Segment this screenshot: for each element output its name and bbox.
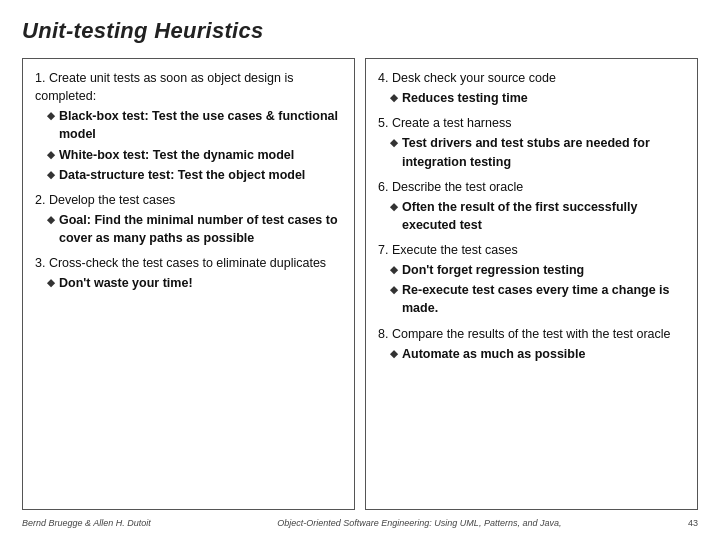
- sub-item: ◆Automate as much as possible: [390, 345, 685, 363]
- sub-item: ◆Black-box test: Test the use cases & fu…: [47, 107, 342, 143]
- sub-item-text: White-box test: Test the dynamic model: [59, 146, 294, 164]
- item-label: 5. Create a test harness: [378, 114, 685, 132]
- sub-item-text: Don't waste your time!: [59, 274, 193, 292]
- page-title: Unit-testing Heuristics: [22, 18, 698, 44]
- list-item: 6. Describe the test oracle◆Often the re…: [378, 178, 685, 234]
- bullet-diamond: ◆: [47, 213, 55, 228]
- bullet-diamond: ◆: [390, 347, 398, 362]
- bullet-diamond: ◆: [47, 109, 55, 124]
- item-label: 4. Desk check your source code: [378, 69, 685, 87]
- footer-right: 43: [688, 518, 698, 528]
- list-item: 1. Create unit tests as soon as object d…: [35, 69, 342, 184]
- sub-item-text: Don't forget regression testing: [402, 261, 584, 279]
- bullet-diamond: ◆: [390, 136, 398, 151]
- sub-item-text: Goal: Find the minimal number of test ca…: [59, 211, 342, 247]
- sub-item-text: Reduces testing time: [402, 89, 528, 107]
- item-label: 8. Compare the results of the test with …: [378, 325, 685, 343]
- item-label: 1. Create unit tests as soon as object d…: [35, 69, 342, 105]
- sub-item: ◆Don't forget regression testing: [390, 261, 685, 279]
- bullet-diamond: ◆: [47, 276, 55, 291]
- sub-item: ◆Often the result of the first successfu…: [390, 198, 685, 234]
- bullet-diamond: ◆: [47, 148, 55, 163]
- footer: Bernd Bruegge & Allen H. Dutoit Object-O…: [22, 518, 698, 528]
- item-label: 3. Cross-check the test cases to elimina…: [35, 254, 342, 272]
- sub-item-text: Often the result of the first successful…: [402, 198, 685, 234]
- left-column: 1. Create unit tests as soon as object d…: [22, 58, 355, 510]
- bullet-diamond: ◆: [390, 283, 398, 298]
- list-item: 4. Desk check your source code◆Reduces t…: [378, 69, 685, 107]
- list-item: 2. Develop the test cases◆Goal: Find the…: [35, 191, 342, 247]
- item-label: 6. Describe the test oracle: [378, 178, 685, 196]
- content-area: 1. Create unit tests as soon as object d…: [22, 58, 698, 510]
- sub-item: ◆Test drivers and test stubs are needed …: [390, 134, 685, 170]
- page: Unit-testing Heuristics 1. Create unit t…: [0, 0, 720, 540]
- list-item: 5. Create a test harness◆Test drivers an…: [378, 114, 685, 170]
- item-label: 7. Execute the test cases: [378, 241, 685, 259]
- bullet-diamond: ◆: [390, 263, 398, 278]
- sub-item-text: Test drivers and test stubs are needed f…: [402, 134, 685, 170]
- list-item: 8. Compare the results of the test with …: [378, 325, 685, 363]
- sub-item-text: Re-execute test cases every time a chang…: [402, 281, 685, 317]
- list-item: 3. Cross-check the test cases to elimina…: [35, 254, 342, 292]
- footer-left: Bernd Bruegge & Allen H. Dutoit: [22, 518, 151, 528]
- bullet-diamond: ◆: [390, 200, 398, 215]
- sub-item: ◆Re-execute test cases every time a chan…: [390, 281, 685, 317]
- list-item: 7. Execute the test cases◆Don't forget r…: [378, 241, 685, 318]
- right-column: 4. Desk check your source code◆Reduces t…: [365, 58, 698, 510]
- sub-item-text: Automate as much as possible: [402, 345, 585, 363]
- sub-item-text: Data-structure test: Test the object mod…: [59, 166, 305, 184]
- item-label: 2. Develop the test cases: [35, 191, 342, 209]
- sub-item: ◆Data-structure test: Test the object mo…: [47, 166, 342, 184]
- sub-item: ◆Reduces testing time: [390, 89, 685, 107]
- footer-center: Object-Oriented Software Engineering: Us…: [277, 518, 561, 528]
- bullet-diamond: ◆: [47, 168, 55, 183]
- sub-item: ◆Goal: Find the minimal number of test c…: [47, 211, 342, 247]
- sub-item-text: Black-box test: Test the use cases & fun…: [59, 107, 342, 143]
- sub-item: ◆White-box test: Test the dynamic model: [47, 146, 342, 164]
- bullet-diamond: ◆: [390, 91, 398, 106]
- sub-item: ◆Don't waste your time!: [47, 274, 342, 292]
